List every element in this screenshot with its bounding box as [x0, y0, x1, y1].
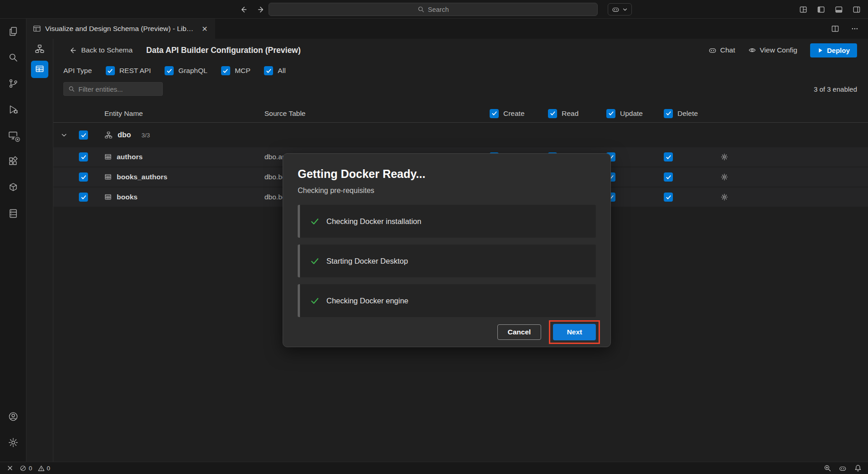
filter-option-graphql[interactable]: GraphQL [165, 66, 207, 75]
enabled-count: 3 of 3 enabled [814, 85, 857, 93]
docker-ready-dialog: Getting Docker Ready... Checking pre-req… [283, 153, 611, 347]
entity-checkbox[interactable] [79, 152, 88, 161]
remote-explorer-icon[interactable] [3, 125, 24, 146]
filter-option-label: All [278, 67, 285, 75]
table-icon [104, 173, 112, 181]
nav-back-button[interactable] [237, 3, 249, 16]
column-entity-name: Entity Name [93, 109, 264, 118]
entity-name: books [117, 193, 138, 201]
back-link-label: Back to Schema [81, 46, 133, 54]
notifications-bell-icon[interactable] [854, 464, 862, 472]
toggle-secondary-sidebar-button[interactable] [850, 3, 863, 16]
delete-checkbox[interactable] [664, 193, 673, 202]
settings-gear-icon[interactable] [3, 432, 24, 453]
chevron-down-icon [622, 7, 628, 12]
tab-close-icon[interactable]: ✕ [200, 24, 210, 34]
schema-visualize-icon[interactable] [31, 40, 48, 57]
more-actions-icon[interactable] [848, 23, 861, 35]
filter-entities-box[interactable] [63, 82, 163, 96]
delete-checkbox[interactable] [664, 152, 673, 161]
delete-all-checkbox[interactable] [664, 109, 673, 118]
zoom-indicator-icon[interactable] [824, 464, 831, 472]
remote-disconnected-badge [14, 136, 21, 143]
copilot-status-icon[interactable] [839, 464, 847, 472]
checkbox-checked-icon[interactable] [221, 66, 230, 75]
entity-checkbox[interactable] [79, 172, 88, 182]
checkbox-checked-icon[interactable] [106, 66, 115, 75]
check-success-icon [310, 256, 320, 266]
back-to-schema-link[interactable]: Back to Schema [69, 46, 133, 54]
account-icon[interactable] [3, 406, 24, 427]
database-icon[interactable] [3, 203, 24, 224]
toggle-primary-sidebar-button[interactable] [815, 3, 827, 16]
status-bar-right [824, 464, 862, 472]
dab-config-icon[interactable] [31, 61, 48, 78]
group-name: dbo [118, 131, 131, 139]
extensions-icon[interactable] [3, 151, 24, 172]
copilot-menu-button[interactable] [608, 3, 632, 16]
api-type-filters: API Type REST API GraphQL MCP [53, 62, 868, 80]
dialog-title: Getting Docker Ready... [298, 167, 596, 181]
group-checkbox[interactable] [79, 130, 88, 140]
next-button[interactable]: Next [553, 324, 596, 340]
copilot-icon [612, 5, 620, 13]
read-all-checkbox[interactable] [548, 109, 557, 118]
search-sidebar-icon[interactable] [3, 47, 24, 68]
checkbox-checked-icon[interactable] [165, 66, 174, 75]
customize-layout-button[interactable] [797, 3, 809, 16]
filter-option-all[interactable]: All [264, 66, 285, 75]
delete-checkbox[interactable] [664, 172, 673, 182]
column-create: Create [486, 109, 544, 118]
error-count: 0 [29, 465, 32, 472]
remote-indicator-icon[interactable] [6, 464, 14, 472]
entity-settings-icon[interactable] [718, 171, 730, 183]
explorer-icon[interactable] [3, 21, 24, 42]
entity-table-header: Entity Name Source Table Create Read [53, 104, 868, 123]
toggle-panel-button[interactable] [832, 3, 845, 16]
chat-button-label: Chat [720, 46, 735, 54]
tab-title: Visualize and Design Schema (Preview) - … [45, 25, 196, 33]
filter-option-rest-api[interactable]: REST API [106, 66, 151, 75]
checkbox-checked-icon[interactable] [264, 66, 273, 75]
column-delete-label: Delete [677, 109, 698, 118]
schema-group-row: dbo 3/3 [53, 123, 868, 147]
entity-settings-icon[interactable] [718, 151, 730, 163]
schema-designer-icon [33, 25, 41, 33]
eye-icon [748, 46, 756, 54]
update-all-checkbox[interactable] [606, 109, 615, 118]
search-icon [418, 6, 424, 13]
chat-button[interactable]: Chat [708, 46, 735, 54]
titlebar: Search [0, 0, 868, 19]
entity-settings-icon[interactable] [718, 191, 730, 203]
column-update: Update [603, 109, 660, 118]
page-title: Data API Builder Configuration (Preview) [146, 46, 301, 55]
layout-grid-icon [799, 5, 807, 14]
error-icon [20, 465, 26, 472]
dialog-actions: Cancel Next [298, 324, 596, 340]
step-label: Checking Docker engine [326, 297, 408, 305]
entity-name: books_authors [117, 173, 167, 181]
table-icon [104, 193, 112, 201]
containers-icon[interactable] [3, 177, 24, 198]
arrow-left-icon [239, 5, 248, 14]
nav-forward-button[interactable] [255, 3, 267, 16]
deploy-button[interactable]: Deploy [810, 43, 857, 57]
group-collapse-icon[interactable] [58, 130, 69, 141]
source-control-icon[interactable] [3, 73, 24, 94]
editor-actions [829, 19, 868, 39]
filter-entities-input[interactable] [78, 85, 158, 93]
tab-visualize-schema[interactable]: Visualize and Design Schema (Preview) - … [26, 19, 215, 39]
column-read-label: Read [562, 109, 579, 118]
global-search-box[interactable]: Search [269, 3, 598, 16]
view-config-button[interactable]: View Config [748, 46, 797, 54]
warning-count: 0 [47, 465, 51, 472]
create-all-checkbox[interactable] [490, 109, 499, 118]
entity-checkbox[interactable] [79, 193, 88, 202]
split-editor-icon[interactable] [829, 23, 841, 35]
panel-bottom-icon [835, 5, 843, 14]
cancel-button[interactable]: Cancel [497, 324, 542, 340]
problems-indicator[interactable]: 0 0 [20, 465, 50, 472]
filter-option-mcp[interactable]: MCP [221, 66, 250, 75]
run-debug-icon[interactable] [3, 99, 24, 120]
dialog-steps: Checking Docker installation Starting Do… [298, 205, 596, 324]
